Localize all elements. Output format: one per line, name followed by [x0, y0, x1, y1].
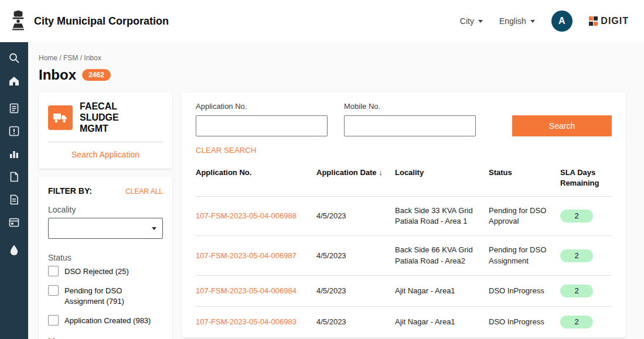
application-link[interactable]: 107-FSM-2023-05-04-006983 [196, 317, 297, 326]
mobile-no-label: Mobile No. [344, 102, 476, 111]
table-row: 107-FSM-2023-05-04-006987 4/5/2023 Back … [196, 236, 612, 275]
table-header-row: Application No. Application Date ↓ Local… [196, 158, 612, 197]
digit-logo: DIGIT [589, 16, 629, 26]
sla-days-badge: 2 [560, 316, 593, 328]
application-link[interactable]: 107-FSM-2023-05-04-006984 [196, 286, 297, 295]
user-avatar[interactable]: A [551, 11, 573, 32]
sla-days-badge: 2 [560, 210, 593, 222]
sla-days-badge: 2 [560, 249, 593, 262]
org-title: City Municipal Corporation [34, 15, 169, 28]
emblem-logo [11, 11, 26, 32]
locality-cell: Ajit Nagar - Area1 [395, 307, 489, 338]
search-icon[interactable] [8, 52, 21, 64]
documents-icon[interactable] [8, 170, 21, 183]
clear-search-link[interactable]: CLEAR SEARCH [196, 146, 257, 155]
inbox-count-badge: 2462 [82, 69, 111, 81]
reports-icon[interactable] [8, 193, 21, 206]
search-application-link[interactable]: Search Application [48, 142, 163, 169]
status-checkbox-label[interactable]: Application Created (983) [64, 315, 151, 326]
digit-logo-text: DIGIT [601, 16, 629, 26]
status-label: Status [48, 253, 163, 262]
col-status: Status [489, 158, 560, 197]
survey-icon[interactable] [8, 102, 21, 115]
chevron-down-icon [478, 20, 483, 23]
locality-label: Locality [48, 205, 163, 214]
clear-all-link[interactable]: CLEAR ALL [125, 187, 163, 196]
truck-icon [48, 105, 73, 130]
table-row: 107-FSM-2023-05-04-006984 4/5/2023 Ajit … [196, 275, 612, 306]
status-checkbox[interactable] [48, 285, 59, 296]
locality-cell: Ajit Nagar - Area1 [395, 275, 489, 306]
main-content: Home / FSM / Inbox Inbox 2462 FAECAL SLU… [28, 42, 644, 339]
filter-by-label: FILTER BY: [48, 186, 92, 196]
status-checkbox[interactable] [48, 266, 59, 276]
col-application-date-sort[interactable]: Application Date ↓ [316, 158, 395, 197]
page-title: Inbox [39, 67, 76, 83]
locality-cell: Back Side 33 KVA Grid Patiala Road - Are… [395, 197, 489, 236]
module-title: FAECAL SLUDGE MGMT [80, 101, 129, 135]
breadcrumb[interactable]: Home / FSM / Inbox [39, 54, 606, 62]
locality-select[interactable] [48, 218, 163, 239]
sla-days-badge: 2 [560, 285, 593, 297]
city-dropdown-label: City [460, 16, 474, 26]
city-dropdown[interactable]: City [460, 16, 483, 26]
mobile-no-input[interactable] [344, 115, 476, 136]
chevron-down-icon [530, 20, 535, 23]
application-date: 4/5/2023 [316, 307, 395, 338]
hrms-icon[interactable] [8, 216, 21, 229]
col-locality: Locality [395, 158, 489, 197]
status-checkbox-label[interactable]: Pending for DSO Assignment (791) [64, 285, 163, 306]
application-date: 4/5/2023 [316, 236, 395, 275]
status-checkbox[interactable] [48, 315, 59, 326]
locality-cell: Back Side 66 KVA Grid Patiala Road - Are… [395, 236, 489, 275]
status-cell: Pending for DSO Assignment [489, 236, 560, 275]
col-application-no: Application No. [196, 158, 316, 197]
application-link[interactable]: 107-FSM-2023-05-04-006987 [196, 251, 297, 260]
language-dropdown[interactable]: English [499, 16, 535, 26]
application-link[interactable]: 107-FSM-2023-05-04-006988 [196, 211, 297, 220]
table-row: 107-FSM-2023-05-04-006983 4/5/2023 Ajit … [196, 307, 612, 338]
status-filter-pending-dso-assignment: Pending for DSO Assignment (791) [48, 285, 163, 306]
results-card: Application No. Mobile No. Search CLEAR … [182, 93, 626, 337]
application-no-input[interactable] [196, 115, 328, 136]
search-button[interactable]: Search [512, 115, 612, 136]
application-no-label: Application No. [196, 102, 328, 111]
filter-card: FILTER BY: CLEAR ALL Locality Status DSO… [39, 177, 172, 339]
water-drop-icon[interactable] [8, 244, 21, 256]
status-checkbox-label[interactable]: DSO Rejected (25) [64, 266, 129, 277]
application-date: 4/5/2023 [316, 197, 395, 236]
col-sla-days: SLA Days Remaining [560, 158, 612, 197]
dashboard-icon[interactable] [8, 148, 21, 160]
status-cell: DSO InProgress [489, 275, 560, 306]
digit-logo-mark [589, 16, 598, 26]
table-row: 107-FSM-2023-05-04-006988 4/5/2023 Back … [196, 197, 612, 236]
status-cell: DSO InProgress [489, 307, 560, 338]
top-header: City Municipal Corporation City English … [0, 0, 644, 42]
home-icon[interactable] [8, 74, 21, 87]
left-nav-sidebar [0, 42, 28, 339]
complaints-icon[interactable] [8, 125, 21, 138]
more-link[interactable]: More [48, 336, 67, 339]
application-date: 4/5/2023 [316, 275, 395, 306]
status-filter-dso-rejected: DSO Rejected (25) [48, 266, 163, 277]
chevron-down-icon [152, 227, 156, 230]
status-filter-application-created: Application Created (983) [48, 315, 163, 326]
module-card: FAECAL SLUDGE MGMT Search Application [39, 93, 172, 169]
status-cell: Pending for DSO Approval [489, 197, 560, 236]
inbox-table: Application No. Application Date ↓ Local… [196, 158, 612, 337]
language-dropdown-label: English [499, 16, 526, 26]
